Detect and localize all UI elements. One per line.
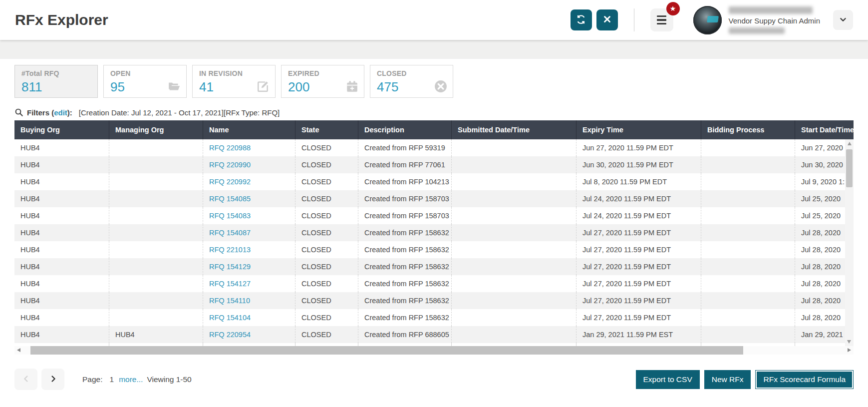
new-rfx-button[interactable]: New RFx (704, 370, 751, 389)
cell-buying-org: HUB4 (14, 190, 109, 207)
stat-card-open[interactable]: OPEN 95 (103, 65, 187, 98)
cell-submitted (451, 190, 576, 207)
cell-description: Created from RFP 158703 (358, 190, 451, 207)
horizontal-scroll-thumb[interactable] (30, 346, 743, 355)
cell-buying-org: HUB4 (14, 224, 109, 241)
col-start[interactable]: Start Date/Time (795, 120, 854, 139)
rfq-name-link[interactable]: RFQ 154085 (203, 190, 295, 207)
col-description[interactable]: Description (358, 120, 451, 139)
cell-description: Created from RFP 158632 (358, 258, 451, 275)
redacted-user-detail (729, 27, 785, 34)
cell-expiry: Jul 27, 2020 11.59 PM EDT (576, 241, 701, 258)
rfq-name-link[interactable]: RFQ 154127 (203, 275, 295, 292)
col-expiry[interactable]: Expiry Time (576, 120, 701, 139)
table-row[interactable]: HUB4 RFQ 154087 CLOSED Created from RFP … (14, 224, 845, 241)
rfq-name-link[interactable]: RFQ 221013 (203, 241, 295, 258)
stat-card-total-rfq[interactable]: #Total RFQ 811 (14, 65, 98, 98)
col-submitted[interactable]: Submitted Date/Time (451, 120, 576, 139)
close-button[interactable] (596, 9, 618, 30)
footer: Page: 1 more... Viewing 1-50 Export to C… (0, 369, 868, 390)
scroll-up-arrow-icon[interactable] (848, 142, 852, 145)
next-page-button[interactable] (41, 369, 64, 390)
rfq-name-link[interactable]: RFQ 220992 (203, 173, 295, 190)
circle-x-icon (434, 80, 447, 93)
cell-expiry: Jan 29, 2021 11.59 PM EST (576, 326, 701, 343)
table-row[interactable]: HUB4 RFQ 154104 CLOSED Created from RFP … (14, 309, 845, 326)
table-row[interactable]: HUB4 RFQ 220990 CLOSED Created from RFP … (14, 156, 845, 173)
cell-managing-org (109, 156, 203, 173)
cell-bidding (701, 224, 795, 241)
cell-expiry: Jul 24, 2020 11.59 PM EDT (576, 190, 701, 207)
table-row[interactable]: HUB4 RFQ 154083 CLOSED Created from RFP … (14, 207, 845, 224)
scroll-down-arrow-icon[interactable] (847, 340, 851, 344)
stat-card-closed[interactable]: CLOSED 475 (370, 65, 453, 98)
stat-card-in-revision[interactable]: IN REVISION 41 (192, 65, 276, 98)
header-divider (634, 8, 634, 31)
prev-page-button[interactable] (14, 369, 37, 390)
cell-start: Jun 27, 2020 (795, 139, 845, 156)
cell-expiry: Jul 8, 2020 11.59 PM EDT (576, 173, 701, 190)
rfx-scorecard-formula-button[interactable]: RFx Scorecard Formula (755, 370, 854, 389)
rfq-name-link[interactable]: RFQ 154129 (203, 258, 295, 275)
cell-state: CLOSED (295, 173, 358, 190)
rfq-name-link[interactable]: RFQ 154083 (203, 207, 295, 224)
calendar-icon (345, 80, 358, 93)
cell-buying-org: HUB4 (14, 326, 109, 343)
col-name[interactable]: Name (203, 120, 295, 139)
table-row[interactable]: HUB4 RFQ 154127 CLOSED Created from RFP … (14, 275, 845, 292)
cell-submitted (451, 156, 576, 173)
cell-managing-org (109, 241, 203, 258)
rfq-name-link[interactable]: RFQ 220988 (203, 139, 295, 156)
table-row[interactable]: HUB4 RFQ 220992 CLOSED Created from RFP … (14, 173, 845, 190)
col-state[interactable]: State (295, 120, 358, 139)
rfq-name-link[interactable]: RFQ 220954 (203, 326, 295, 343)
cell-description: Created from RFP 104213 (358, 173, 451, 190)
vertical-scrollbar[interactable] (845, 139, 854, 346)
user-dropdown-button[interactable] (833, 10, 853, 30)
col-buying-org[interactable]: Buying Org (14, 120, 109, 139)
cell-expiry: Jun 27, 2020 11.59 PM EDT (576, 139, 701, 156)
menu-button[interactable]: ★ (650, 8, 673, 31)
grid-body: HUB4 RFQ 220988 CLOSED Created from RFP … (14, 139, 845, 346)
scroll-left-arrow-icon[interactable] (17, 348, 20, 352)
cell-state: CLOSED (295, 241, 358, 258)
cell-start: Jun 30, 2020 (795, 156, 845, 173)
chevron-left-icon (22, 375, 30, 384)
table-row[interactable]: HUB4 RFQ 221013 CLOSED Created from RFP … (14, 241, 845, 258)
app-header: RFx Explorer ★ (0, 0, 868, 40)
table-row[interactable]: HUB4 HUB4 RFQ 220954 CLOSED Created from… (14, 326, 845, 343)
cell-state: CLOSED (295, 292, 358, 309)
col-bidding[interactable]: Bidding Process (701, 120, 795, 139)
cell-managing-org (109, 224, 203, 241)
cell-start: Jul 28, 2020 (795, 275, 845, 292)
export-csv-button[interactable]: Export to CSV (636, 370, 700, 389)
more-pages-link[interactable]: more... (119, 375, 143, 384)
table-row[interactable]: HUB4 RFQ 154129 CLOSED Created from RFP … (14, 258, 845, 275)
cell-state: CLOSED (295, 139, 358, 156)
table-row[interactable]: HUB4 RFQ 154085 CLOSED Created from RFP … (14, 190, 845, 207)
cell-submitted (451, 292, 576, 309)
cell-submitted (451, 224, 576, 241)
cell-buying-org: HUB4 (14, 156, 109, 173)
filters-edit-link[interactable]: edit (54, 108, 67, 117)
cell-start: Jul 28, 2020 (795, 309, 845, 326)
avatar[interactable] (693, 6, 722, 34)
table-row[interactable]: HUB4 RFQ 220988 CLOSED Created from RFP … (14, 139, 845, 156)
rfq-name-link[interactable]: RFQ 220990 (203, 156, 295, 173)
horizontal-scrollbar[interactable] (14, 346, 854, 355)
cell-expiry: Jul 27, 2020 11.59 PM EDT (576, 258, 701, 275)
cell-buying-org: HUB4 (14, 207, 109, 224)
vertical-scroll-thumb[interactable] (846, 149, 853, 187)
table-row[interactable]: HUB4 RFQ 154110 CLOSED Created from RFP … (14, 292, 845, 309)
scroll-right-arrow-icon[interactable] (848, 348, 851, 352)
action-buttons: Export to CSV New RFx RFx Scorecard Form… (636, 370, 854, 389)
page-number: 1 (110, 375, 114, 384)
rfq-name-link[interactable]: RFQ 154110 (203, 292, 295, 309)
col-managing-org[interactable]: Managing Org (109, 120, 203, 139)
cell-bidding (701, 190, 795, 207)
stat-card-expired[interactable]: EXPIRED 200 (281, 65, 364, 98)
refresh-button[interactable] (571, 9, 592, 30)
cell-managing-org (109, 139, 203, 156)
rfq-name-link[interactable]: RFQ 154087 (203, 224, 295, 241)
rfq-name-link[interactable]: RFQ 154104 (203, 309, 295, 326)
